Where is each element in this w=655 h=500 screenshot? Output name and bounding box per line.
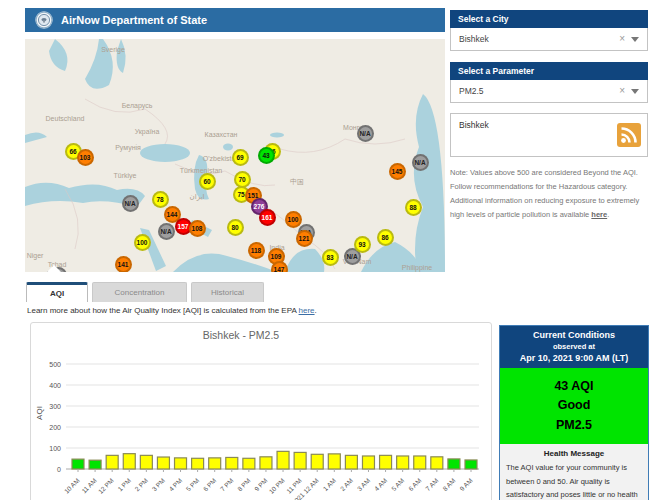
map-country-label: Deutschland bbox=[46, 115, 85, 122]
learn-more-suffix: . bbox=[315, 306, 317, 315]
aqi-map-marker[interactable]: 43 bbox=[258, 147, 275, 164]
svg-text:400: 400 bbox=[49, 382, 61, 389]
svg-text:200: 200 bbox=[49, 424, 61, 431]
svg-text:9 AM: 9 AM bbox=[458, 477, 473, 492]
health-message-text: The AQI value for your community is betw… bbox=[506, 461, 642, 500]
city-dropdown[interactable]: Bishkek × bbox=[450, 28, 648, 51]
note-here-link[interactable]: here bbox=[591, 210, 607, 219]
svg-text:2 AM: 2 AM bbox=[339, 477, 354, 492]
select-parameter-header: Select a Parameter bbox=[450, 62, 648, 80]
aqi-status-block: 43 AQI Good PM2.5 bbox=[500, 368, 648, 444]
aqi-map-marker[interactable]: N/A bbox=[357, 125, 374, 142]
learn-more-text: Learn more about how the Air Quality Ind… bbox=[27, 306, 317, 315]
aqi-map-marker[interactable]: N/A bbox=[122, 195, 139, 212]
svg-text:11 AM: 11 AM bbox=[80, 477, 98, 495]
aqi-map-marker[interactable]: 70 bbox=[234, 171, 251, 188]
tab-aqi[interactable]: AQI bbox=[26, 282, 88, 302]
svg-text:300: 300 bbox=[49, 403, 61, 410]
map-country-label: Беларусь bbox=[122, 102, 153, 109]
health-message-block: Health Message The AQI value for your co… bbox=[500, 444, 648, 500]
current-conditions-header: Current Conditions observed at Apr 10, 2… bbox=[500, 326, 648, 368]
aqi-map-marker[interactable]: 80 bbox=[227, 219, 244, 236]
aqi-value-line: 43 AQI bbox=[500, 377, 648, 396]
svg-text:100: 100 bbox=[49, 445, 61, 452]
aqi-map-marker[interactable]: 141 bbox=[115, 256, 132, 273]
aqi-map-marker[interactable]: 100 bbox=[134, 234, 151, 251]
aqi-map-marker[interactable]: 161 bbox=[259, 209, 276, 226]
svg-text:12 PM: 12 PM bbox=[97, 477, 115, 495]
tab-historical[interactable]: Historical bbox=[191, 282, 264, 302]
note-suffix: . bbox=[607, 210, 609, 219]
svg-text:4 PM: 4 PM bbox=[168, 477, 184, 493]
svg-text:4 AM: 4 AM bbox=[373, 477, 388, 492]
parameter-dropdown[interactable]: PM2.5 × bbox=[450, 80, 648, 103]
svg-text:6 AM: 6 AM bbox=[407, 477, 422, 492]
aqi-map-marker[interactable]: 121 bbox=[296, 230, 313, 247]
health-message-title: Health Message bbox=[506, 449, 642, 458]
map-country-label: Türkiye bbox=[114, 172, 137, 179]
select-city-panel: Select a City Bishkek × bbox=[450, 10, 648, 51]
aqi-map-marker[interactable]: 86 bbox=[377, 229, 394, 246]
svg-text:6 PM: 6 PM bbox=[202, 477, 218, 493]
svg-text:Bishkek - PM2.5: Bishkek - PM2.5 bbox=[203, 329, 280, 341]
clear-parameter-icon[interactable]: × bbox=[619, 86, 625, 96]
map-country-label: Niger bbox=[27, 252, 44, 259]
app-title: AirNow Department of State bbox=[61, 14, 207, 26]
svg-text:5 AM: 5 AM bbox=[390, 477, 405, 492]
aqi-map-marker[interactable]: 69 bbox=[232, 149, 249, 166]
rss-city-label: Bishkek bbox=[459, 120, 489, 130]
svg-text:3 AM: 3 AM bbox=[356, 477, 371, 492]
clear-city-icon[interactable]: × bbox=[619, 34, 625, 44]
svg-text:8 PM: 8 PM bbox=[236, 477, 252, 493]
parameter-dropdown-value: PM2.5 bbox=[459, 86, 613, 96]
aqi-map-marker[interactable]: 147 bbox=[271, 261, 288, 273]
aqi-map-marker[interactable]: 103 bbox=[77, 149, 94, 166]
svg-text:10 AM: 10 AM bbox=[63, 477, 81, 495]
svg-text:7 PM: 7 PM bbox=[219, 477, 235, 493]
note-text: Note: Values above 500 are considered Be… bbox=[450, 168, 639, 219]
aqi-map[interactable]: SverigeDeutschlandБеларусьУкраїнаРумунія… bbox=[25, 39, 445, 272]
view-tabs: AQI Concentration Historical bbox=[26, 281, 264, 302]
aqi-map-marker[interactable]: 93 bbox=[354, 236, 371, 253]
app-header: AirNow Department of State bbox=[25, 8, 445, 32]
current-conditions-title: Current Conditions bbox=[502, 330, 646, 340]
aqi-map-marker[interactable]: 145 bbox=[389, 163, 406, 180]
map-country-label: Sverige bbox=[101, 46, 125, 53]
aqi-map-marker[interactable]: N/A bbox=[412, 154, 429, 171]
observed-datetime: Apr 10, 2021 9:00 AM (LT) bbox=[502, 353, 646, 363]
svg-text:5 PM: 5 PM bbox=[185, 477, 201, 493]
svg-text:1 PM: 1 PM bbox=[116, 477, 132, 493]
rss-icon[interactable] bbox=[617, 123, 641, 151]
aqi-map-marker[interactable]: N/A bbox=[158, 223, 175, 240]
current-conditions-panel: Current Conditions observed at Apr 10, 2… bbox=[499, 325, 649, 500]
svg-text:AQI: AQI bbox=[35, 406, 44, 420]
map-country-label: Türkmenistan bbox=[180, 167, 222, 174]
svg-text:8 AM: 8 AM bbox=[441, 477, 456, 492]
svg-text:1 AM: 1 AM bbox=[322, 477, 337, 492]
map-country-label: Румунія bbox=[115, 144, 141, 151]
observed-at-label: observed at bbox=[502, 342, 646, 351]
aqi-map-marker[interactable]: 83 bbox=[322, 249, 339, 266]
svg-text:10 PM: 10 PM bbox=[268, 477, 286, 495]
select-parameter-panel: Select a Parameter PM2.5 × bbox=[450, 62, 648, 103]
aqi-map-marker[interactable]: 118 bbox=[248, 242, 265, 259]
aqi-map-marker[interactable]: 78 bbox=[152, 191, 169, 208]
epa-here-link[interactable]: here bbox=[299, 306, 315, 315]
tab-concentration[interactable]: Concentration bbox=[92, 282, 187, 302]
department-of-state-seal-icon bbox=[35, 11, 53, 29]
select-city-header: Select a City bbox=[450, 10, 648, 28]
map-country-label: ایران bbox=[190, 193, 205, 201]
svg-text:3 PM: 3 PM bbox=[150, 477, 166, 493]
chevron-down-icon[interactable] bbox=[631, 37, 639, 42]
aqi-bar-chart: Bishkek - PM2.5AQI010020030040050010 AM1… bbox=[31, 323, 489, 500]
beyond-aqi-note: Note: Values above 500 are considered Be… bbox=[450, 166, 650, 222]
aqi-map-marker[interactable]: 100 bbox=[285, 211, 302, 228]
chevron-down-icon[interactable] bbox=[631, 89, 639, 94]
map-country-label: Україна bbox=[135, 128, 160, 135]
aqi-map-marker[interactable]: 108 bbox=[189, 220, 206, 237]
aqi-chart-panel: Bishkek - PM2.5AQI010020030040050010 AM1… bbox=[30, 322, 492, 500]
aqi-map-marker[interactable]: 60 bbox=[199, 173, 216, 190]
svg-text:0: 0 bbox=[57, 466, 61, 473]
svg-text:2 PM: 2 PM bbox=[133, 477, 149, 493]
aqi-map-marker[interactable]: 88 bbox=[405, 199, 422, 216]
